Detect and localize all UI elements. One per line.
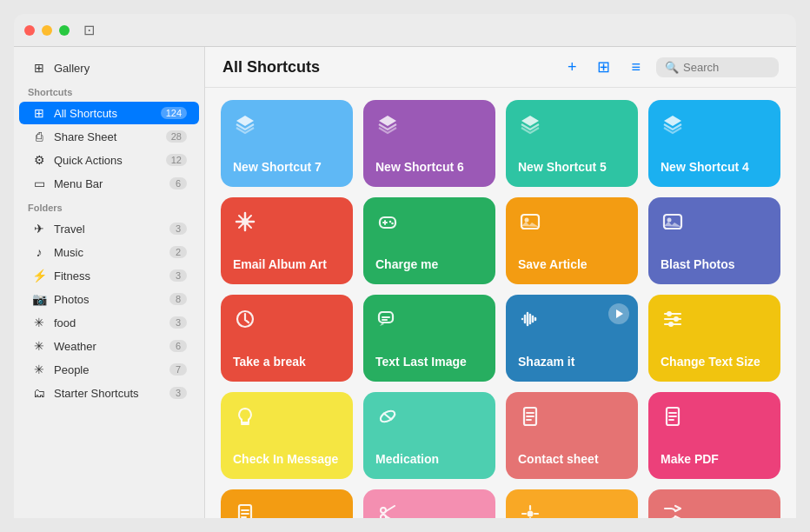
shortcut-card-new-shortcut-7[interactable]: New Shortcut 7 [221, 100, 353, 187]
sidebar-item-all-shortcuts[interactable]: ⊞ All Shortcuts 124 [19, 102, 199, 124]
card-label-save-article: Save Article [518, 257, 626, 272]
shortcut-card-charge-me[interactable]: Charge me [363, 197, 495, 284]
content-area: All Shortcuts + ⊞ ≡ 🔍 New Shortcut 7 New… [205, 47, 796, 518]
shortcut-card-take-a-break[interactable]: Take a break [221, 295, 353, 382]
card-label-blast-photos: Blast Photos [661, 257, 768, 272]
gallery-icon: ⊞ [31, 61, 47, 75]
svg-point-30 [667, 311, 672, 316]
minimize-button[interactable] [42, 25, 52, 36]
weather-badge: 6 [169, 340, 187, 352]
shortcut-card-check-in-message[interactable]: Check In Message [221, 392, 353, 479]
svg-line-5 [239, 216, 242, 219]
all-shortcuts-badge: 124 [161, 107, 187, 119]
card-icon-change-text-size [661, 307, 768, 337]
shortcut-card-save-article[interactable]: Save Article [506, 197, 638, 284]
shortcut-card-change-text-size[interactable]: Change Text Size [648, 295, 780, 382]
card-label-make-pdf: Make PDF [661, 452, 768, 467]
sidebar-item-travel[interactable]: ✈ Travel 3 [19, 217, 199, 240]
svg-line-37 [383, 413, 392, 420]
share-sheet-icon: ⎙ [31, 130, 47, 143]
sidebar-item-food[interactable]: ✳ food 3 [19, 311, 199, 334]
sidebar-item-weather[interactable]: ✳ Weather 6 [19, 335, 199, 357]
card-label-shazam-it: Shazam it [518, 355, 626, 369]
card-icon-contact-sheet [518, 404, 626, 435]
maximize-button[interactable] [59, 25, 70, 36]
card-label-new-shortcut-6: New Shortcut 6 [375, 160, 483, 175]
card-icon-word-of-the-day [518, 502, 626, 518]
shortcut-card-medication[interactable]: Medication [363, 392, 495, 479]
share-sheet-badge: 28 [166, 130, 187, 143]
titlebar: ⊡ [14, 14, 796, 47]
shortcut-card-shazam-it[interactable]: Shazam it [506, 295, 638, 382]
sidebar-item-photos[interactable]: 📷 Photos 8 [19, 288, 199, 310]
food-icon: ✳ [31, 316, 47, 329]
card-label-text-last-image: Text Last Image [375, 355, 483, 369]
sidebar-item-menu-bar[interactable]: ▭ Menu Bar 6 [19, 172, 199, 195]
shortcut-card-email-album-art[interactable]: Email Album Art [221, 197, 353, 284]
sidebar-toggle-button[interactable]: ⊡ [83, 22, 95, 38]
search-icon: 🔍 [665, 61, 679, 74]
share-sheet-label: Share Sheet [54, 130, 159, 143]
shortcut-card-save-article-mac[interactable]: Save Article Mac [221, 489, 353, 518]
card-label-charge-me: Charge me [375, 257, 483, 272]
shortcut-card-clean-up[interactable]: Clean Up [363, 489, 495, 518]
close-button[interactable] [24, 25, 35, 36]
grid-view-button[interactable]: ⊞ [592, 56, 615, 78]
sidebar-item-quick-actions[interactable]: ⚙ Quick Actions 12 [19, 149, 199, 171]
card-icon-shuffle-all-playlists [661, 502, 768, 518]
card-label-medication: Medication [375, 452, 483, 467]
card-label-new-shortcut-5: New Shortcut 5 [518, 160, 626, 175]
music-label: Music [54, 246, 163, 259]
svg-line-52 [386, 506, 395, 512]
svg-line-8 [239, 224, 242, 228]
shortcut-card-make-pdf[interactable]: Make PDF [648, 392, 780, 479]
people-icon: ✳ [31, 362, 47, 376]
sidebar-item-people[interactable]: ✳ People 7 [19, 358, 199, 381]
card-icon-charge-me [375, 209, 483, 240]
fitness-icon: ⚡ [31, 269, 47, 283]
card-label-new-shortcut-7: New Shortcut 7 [233, 160, 341, 175]
card-icon-new-shortcut-5 [518, 112, 626, 143]
card-icon-medication [375, 404, 483, 435]
svg-line-7 [248, 216, 251, 219]
svg-point-54 [528, 511, 534, 517]
shortcut-card-word-of-the-day[interactable]: Word of the Day [506, 489, 638, 518]
shortcuts-grid: New Shortcut 7 New Shortcut 6 New Shortc… [205, 88, 796, 518]
list-view-button[interactable]: ≡ [626, 57, 646, 78]
all-shortcuts-label: All Shortcuts [54, 107, 154, 120]
weather-icon: ✳ [31, 339, 47, 353]
card-icon-email-album-art [233, 209, 341, 240]
card-icon-take-a-break [233, 307, 341, 337]
add-button[interactable]: + [562, 57, 582, 78]
card-label-change-text-size: Change Text Size [661, 355, 768, 369]
shortcut-card-blast-photos[interactable]: Blast Photos [648, 197, 780, 284]
shortcut-card-new-shortcut-5[interactable]: New Shortcut 5 [506, 100, 638, 187]
sidebar-item-share-sheet[interactable]: ⎙ Share Sheet 28 [19, 125, 199, 148]
svg-rect-46 [239, 505, 251, 518]
travel-icon: ✈ [31, 222, 47, 236]
food-badge: 3 [169, 316, 187, 329]
svg-point-13 [391, 223, 394, 225]
sidebar-item-gallery[interactable]: ⊞ Gallery [19, 57, 199, 79]
starter-shortcuts-badge: 3 [169, 387, 187, 399]
svg-point-32 [674, 316, 679, 322]
svg-line-53 [386, 516, 395, 519]
card-icon-new-shortcut-6 [375, 112, 483, 143]
sidebar-item-fitness[interactable]: ⚡ Fitness 3 [19, 264, 199, 287]
card-icon-new-shortcut-7 [233, 112, 341, 143]
shortcut-card-new-shortcut-4[interactable]: New Shortcut 4 [648, 100, 780, 187]
card-label-new-shortcut-4: New Shortcut 4 [661, 160, 768, 175]
content-header: All Shortcuts + ⊞ ≡ 🔍 [205, 47, 796, 88]
play-button-shazam-it[interactable] [608, 303, 629, 324]
search-input[interactable] [683, 61, 770, 74]
shortcut-card-new-shortcut-6[interactable]: New Shortcut 6 [363, 100, 495, 187]
sidebar-item-starter-shortcuts[interactable]: 🗂 Starter Shortcuts 3 [19, 382, 199, 404]
shortcut-card-text-last-image[interactable]: Text Last Image [363, 295, 495, 382]
shortcut-card-contact-sheet[interactable]: Contact sheet [506, 392, 638, 479]
sidebar-item-music[interactable]: ♪ Music 2 [19, 241, 199, 263]
shortcut-card-shuffle-all-playlists[interactable]: Shuffle All The Playlists [648, 489, 780, 518]
card-label-take-a-break: Take a break [233, 355, 341, 369]
svg-point-34 [668, 322, 674, 327]
sidebar-item-label: Gallery [54, 62, 187, 75]
card-label-check-in-message: Check In Message [233, 452, 341, 467]
